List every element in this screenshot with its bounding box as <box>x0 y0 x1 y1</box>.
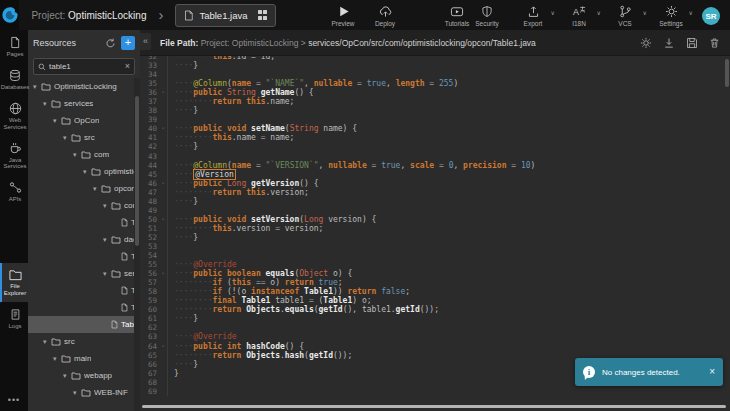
tab-label: Table1.java <box>199 10 247 21</box>
settings-button[interactable]: Settings ∨ <box>656 5 686 27</box>
fold-marker <box>159 369 167 378</box>
tree-scrollbar[interactable] <box>134 78 140 411</box>
export-button[interactable]: Export ∨ <box>518 5 548 27</box>
file-path-label: File Path: <box>160 38 198 48</box>
sidebar-item-file-explorer[interactable]: File Explorer <box>0 263 28 302</box>
tree-item-webapp[interactable]: ▾ webapp <box>28 367 134 384</box>
collapse-panel-button[interactable]: « <box>140 33 151 50</box>
fold-marker[interactable]: - <box>159 179 167 188</box>
wavemaker-logo-icon[interactable] <box>0 0 19 30</box>
toast-notification: i No changes detected. × <box>575 358 723 386</box>
tree-expand-caret[interactable]: ▾ <box>103 236 111 244</box>
tree-item-src[interactable]: ▾ src <box>28 129 134 146</box>
i18n-button[interactable]: A I18N ∨ <box>564 5 594 27</box>
chevron-down-icon[interactable]: ∨ <box>597 9 601 16</box>
chevron-down-icon[interactable]: ∨ <box>643 9 647 16</box>
deploy-button[interactable]: Deploy <box>370 5 400 27</box>
user-avatar[interactable]: SR <box>702 7 720 25</box>
save-icon[interactable] <box>686 37 698 49</box>
tree-item-main[interactable]: ▾ main <box>28 350 134 367</box>
code-line-60: 60········return Objects.equals(getId(),… <box>140 305 730 314</box>
code-line-47: 47········return this.version; <box>140 188 730 197</box>
clear-search-icon[interactable]: × <box>125 62 130 71</box>
line-number: 64 <box>140 342 159 351</box>
tree-expand-caret[interactable]: ▾ <box>73 389 81 397</box>
tree-item-service[interactable]: ▾ service <box>28 265 134 282</box>
resource-search-box: × <box>33 58 135 75</box>
toast-close-icon[interactable]: × <box>709 367 715 377</box>
delete-trash-icon[interactable] <box>709 37 720 49</box>
tree-item-optimisticlocking[interactable]: ▾ optimisticlocking <box>28 163 134 180</box>
fold-marker <box>159 161 167 170</box>
chevron-down-icon[interactable]: ∨ <box>689 9 693 16</box>
sidebar-item-web-services[interactable]: Web Services <box>0 96 28 136</box>
search-input[interactable] <box>49 62 122 71</box>
tree-item-table1controller-java[interactable]: Table1Controller.java <box>28 214 134 231</box>
tree-expand-caret[interactable]: ▾ <box>83 168 91 176</box>
sidebar-item-apis[interactable]: APIs <box>0 175 28 208</box>
fold-marker[interactable]: - <box>159 269 167 278</box>
tree-expand-caret[interactable]: ▾ <box>33 83 41 91</box>
tree-item-optimisticlocking[interactable]: ▾ OptimisticLocking <box>28 78 134 95</box>
tree-item-table1dao-java[interactable]: Table1Dao.java <box>28 248 134 265</box>
i18n-label: I18N <box>572 20 586 27</box>
code-line-43: 43 <box>140 152 730 161</box>
tree-expand-caret[interactable]: ▾ <box>43 100 51 108</box>
tree-expand-caret[interactable]: ▾ <box>63 134 71 142</box>
tree-expand-caret[interactable]: ▾ <box>73 151 81 159</box>
fold-marker[interactable]: - <box>159 88 167 97</box>
tree-expand-caret[interactable]: ▾ <box>93 185 101 193</box>
fold-marker <box>159 106 167 115</box>
tree-expand-caret[interactable]: ▾ <box>103 202 111 210</box>
tree-item-services[interactable]: ▾ services <box>28 95 134 112</box>
more-menu-icon[interactable]: ••• <box>0 389 28 411</box>
tree-item-src[interactable]: ▾ src <box>28 333 134 350</box>
code-text: ········final Table1 table1 = (Table1) o… <box>167 296 730 305</box>
tree-expand-caret[interactable]: ▾ <box>53 117 61 125</box>
editor-vertical-scrollbar[interactable] <box>725 59 729 87</box>
tree-item-table1serviceimpl-java[interactable]: Table1ServiceImpl.java <box>28 299 134 316</box>
code-text: ····public int hashCode() { <box>167 342 730 351</box>
fold-marker[interactable]: - <box>159 124 167 133</box>
grid-view-icon[interactable] <box>258 10 268 20</box>
tree-scrollbar-thumb[interactable] <box>135 96 139 246</box>
tree-expand-caret[interactable]: ▾ <box>103 270 111 278</box>
tree-item-controller[interactable]: ▾ controller <box>28 197 134 214</box>
sidebar-item-java-services[interactable]: Java Services <box>0 136 28 176</box>
tree-item-opcon[interactable]: ▾ OpCon <box>28 112 134 129</box>
add-resource-button[interactable]: + <box>121 36 135 50</box>
tree-item-table1service-java[interactable]: Table1Service.java <box>28 282 134 299</box>
tree-item-dao[interactable]: ▾ dao <box>28 231 134 248</box>
preview-button[interactable]: Preview <box>328 5 358 27</box>
tab-table1-java[interactable]: Table1.java <box>175 4 276 27</box>
export-label: Export <box>524 20 543 27</box>
fold-marker <box>159 305 167 314</box>
code-text <box>167 387 730 396</box>
security-button[interactable]: Security <box>472 5 502 27</box>
tree-item-table1-java[interactable]: Table1.java <box>28 316 134 333</box>
vcs-button[interactable]: VCS ∨ <box>610 5 640 27</box>
tree-item-com[interactable]: ▾ com <box>28 146 134 163</box>
editor-settings-gear-icon[interactable] <box>640 37 652 49</box>
line-number: 45 <box>140 170 159 179</box>
fold-marker[interactable]: - <box>159 342 167 351</box>
tree-expand-caret[interactable]: ▾ <box>63 372 71 380</box>
resources-panel: Resources + × ▾ OptimisticLocking ▾ serv… <box>28 30 140 411</box>
code-line-51: 51········this.version = version; <box>140 224 730 233</box>
fold-marker[interactable]: - <box>159 215 167 224</box>
tree-item-web-inf[interactable]: ▾ WEB-INF <box>28 384 134 401</box>
chevron-down-icon[interactable]: ∨ <box>551 9 555 16</box>
tree-expand-caret[interactable]: ▾ <box>53 355 61 363</box>
sidebar-item-databases[interactable]: Databases <box>0 63 28 96</box>
tree-item-opcon[interactable]: ▾ opcon <box>28 180 134 197</box>
sidebar-item-pages[interactable]: Pages <box>0 30 28 63</box>
tree-expand-caret[interactable]: ▾ <box>43 338 51 346</box>
refresh-icon[interactable] <box>105 38 116 49</box>
tree-item-label: WEB-INF <box>94 388 128 397</box>
editor-horizontal-scrollbar[interactable] <box>142 405 726 408</box>
git-branch-icon <box>619 5 632 18</box>
tutorials-button[interactable]: Tutorials <box>442 5 472 27</box>
download-file-icon[interactable] <box>663 37 675 49</box>
code-line-57: 57········if (this == o) return true; <box>140 278 730 287</box>
sidebar-item-logs[interactable]: Logs <box>0 302 28 335</box>
